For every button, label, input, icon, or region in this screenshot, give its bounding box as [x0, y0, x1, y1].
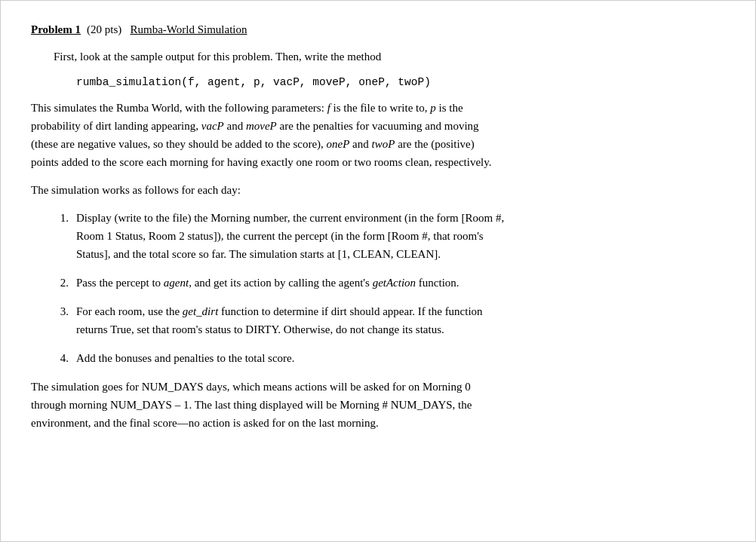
list-content-2: Pass the percept to agent, and get its a…	[76, 274, 725, 292]
list-item-4: 4. Add the bonuses and penalties to the …	[54, 349, 725, 367]
desc-p2-end: are the penalties for vacuuming and movi…	[277, 120, 479, 132]
desc-part3: (these are negative values, so they shou…	[31, 138, 327, 150]
oneP-italic: oneP	[327, 138, 350, 150]
list-item-3: 3. For each room, use the get_dirt funct…	[54, 302, 725, 338]
get-dirt-italic: get_dirt	[183, 305, 219, 317]
desc-part4: points added to the score each morning f…	[31, 156, 492, 168]
simulation-intro: The simulation works as follows for each…	[31, 182, 725, 199]
desc-part1: This simulates the Rumba World, with the…	[31, 102, 327, 114]
problem-points: (20 pts)	[87, 23, 121, 35]
agent-italic: agent	[164, 277, 189, 289]
list-number-3: 3.	[54, 302, 69, 338]
twoP-italic: twoP	[372, 138, 395, 150]
list-content-4: Add the bonuses and penalties to the tot…	[76, 349, 725, 367]
desc-p3-end: are the (positive)	[395, 138, 474, 150]
list-number-1: 1.	[54, 209, 69, 263]
moveP-italic: moveP	[246, 120, 277, 132]
desc-p1-end: is the	[436, 102, 463, 114]
p-italic: p	[430, 102, 436, 114]
intro-text: First, look at the sample output for thi…	[54, 48, 725, 66]
list-content-3: For each room, use the get_dirt function…	[76, 302, 725, 338]
desc-p1-mid: is the file to write to,	[330, 102, 430, 114]
vacP-italic: vacP	[201, 120, 224, 132]
list-number-4: 4.	[54, 349, 69, 367]
problem-header: Problem 1 (20 pts) Rumba-World Simulatio…	[31, 23, 725, 36]
getAction-italic: getAction	[373, 277, 416, 289]
list-item-1: 1. Display (write to the file) the Morni…	[54, 209, 725, 263]
desc-p3-mid: and	[349, 138, 371, 150]
footer-text: The simulation goes for NUM_DAYS days, w…	[31, 378, 725, 432]
desc-p2-mid: and	[224, 120, 246, 132]
page: Problem 1 (20 pts) Rumba-World Simulatio…	[0, 0, 756, 542]
list-item-2: 2. Pass the percept to agent, and get it…	[54, 274, 725, 292]
numbered-list: 1. Display (write to the file) the Morni…	[54, 209, 725, 367]
desc-part2: probability of dirt landing appearing,	[31, 120, 201, 132]
problem-meta: (20 pts) Rumba-World Simulation	[87, 23, 247, 36]
problem-title: Problem 1	[31, 23, 81, 36]
code-block: rumba_simulation(f, agent, p, vacP, move…	[76, 76, 725, 88]
list-content-1: Display (write to the file) the Morning …	[76, 209, 725, 263]
problem-subtitle: Rumba-World Simulation	[130, 23, 247, 35]
list-number-2: 2.	[54, 274, 69, 292]
description-block: This simulates the Rumba World, with the…	[31, 99, 725, 171]
intro-label: First, look at the sample output for thi…	[54, 51, 381, 63]
